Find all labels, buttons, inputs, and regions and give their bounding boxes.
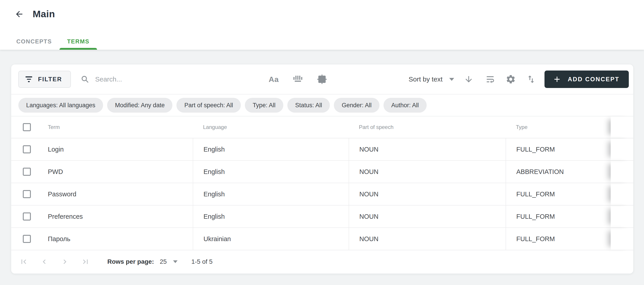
arrow-down-icon <box>464 75 474 84</box>
part-of-speech-cell: NOUN <box>348 183 506 205</box>
language-cell: English <box>193 161 348 183</box>
term-cell: Preferences <box>48 213 83 220</box>
type-cell: FULL_FORM <box>506 183 611 205</box>
pinned-cell <box>611 161 633 183</box>
type-cell: ABBREVIATION <box>506 161 611 183</box>
chevron-down-icon <box>173 260 178 263</box>
pagination-controls <box>19 257 90 266</box>
filter-icon <box>26 76 32 82</box>
rows-per-page-value: 25 <box>160 258 166 265</box>
table-row[interactable]: Login English NOUN FULL_FORM <box>11 138 633 161</box>
part-of-speech-cell: NOUN <box>348 138 506 160</box>
table-row[interactable]: Пароль Ukrainian NOUN FULL_FORM <box>11 228 633 250</box>
chip-modified[interactable]: Modified: Any date <box>107 98 172 113</box>
type-cell: FULL_FORM <box>506 138 611 160</box>
chip-type[interactable]: Type: All <box>245 98 283 113</box>
part-of-speech-cell: NOUN <box>348 205 506 227</box>
part-of-speech-cell: NOUN <box>348 161 506 183</box>
tab-terms[interactable]: TERMS <box>60 33 97 50</box>
chip-part-of-speech[interactable]: Part of speech: All <box>176 98 241 113</box>
search-icon <box>81 75 89 84</box>
last-page-icon[interactable] <box>81 257 90 266</box>
swap-vertical-icon[interactable] <box>526 74 536 84</box>
rows-per-page-label: Rows per page: <box>107 258 154 265</box>
type-cell: FULL_FORM <box>506 205 611 227</box>
tab-concepts-label: CONCEPTS <box>16 38 52 45</box>
top-bar: Main CONCEPTS TERMS <box>0 0 644 50</box>
type-cell: FULL_FORM <box>506 228 611 250</box>
part-of-speech-cell: NOUN <box>348 228 506 250</box>
toolbar: FILTER Aa <box>11 65 633 95</box>
term-cell: Login <box>48 146 64 153</box>
row-checkbox[interactable] <box>23 168 31 176</box>
wrap-text-icon[interactable] <box>485 74 495 84</box>
chevron-down-icon <box>449 78 454 81</box>
first-page-icon[interactable] <box>19 257 28 266</box>
plus-icon <box>552 75 562 84</box>
add-concept-label: ADD CONCEPT <box>568 76 620 83</box>
terms-card: FILTER Aa <box>11 65 633 273</box>
chip-gender[interactable]: Gender: All <box>334 98 380 113</box>
term-cell: Пароль <box>48 235 70 243</box>
table-row[interactable]: PWD English NOUN ABBREVIATION <box>11 161 633 183</box>
barcode-icon[interactable] <box>293 74 303 84</box>
column-header-language: Language <box>193 116 348 138</box>
pinned-cell <box>611 138 633 160</box>
column-header-type: Type <box>506 116 611 138</box>
row-checkbox[interactable] <box>23 190 31 198</box>
tab-terms-label: TERMS <box>67 38 90 45</box>
language-cell: English <box>193 183 348 205</box>
table-footer: Rows per page: 25 1-5 of 5 <box>11 250 633 273</box>
pinned-cell <box>611 228 633 250</box>
search-box <box>81 75 219 84</box>
back-button[interactable] <box>14 9 24 19</box>
tab-concepts[interactable]: CONCEPTS <box>9 33 60 50</box>
row-checkbox[interactable] <box>23 235 31 243</box>
sort-by-select[interactable]: Sort by text <box>408 76 454 83</box>
table-header-row: Term Language Part of speech Type <box>11 116 633 138</box>
rows-per-page-select[interactable]: 25 <box>160 258 177 265</box>
sort-direction-button[interactable] <box>464 75 474 84</box>
gear-icon[interactable] <box>506 74 516 84</box>
filter-chips-row: Languages: All languages Modified: Any d… <box>11 95 633 116</box>
page-title: Main <box>33 9 55 20</box>
row-checkbox[interactable] <box>23 212 31 220</box>
previous-page-icon[interactable] <box>40 257 49 266</box>
term-cell: PWD <box>48 168 63 175</box>
language-cell: English <box>193 138 348 160</box>
sort-by-value: Sort by text <box>408 76 442 83</box>
table-row[interactable]: Password English NOUN FULL_FORM <box>11 183 633 205</box>
next-page-icon[interactable] <box>60 257 69 266</box>
tab-bar: CONCEPTS TERMS <box>9 33 97 50</box>
active-tab-indicator <box>60 48 97 50</box>
match-case-icon[interactable]: Aa <box>268 75 278 84</box>
pinned-column-header <box>611 116 633 138</box>
row-checkbox[interactable] <box>23 145 31 153</box>
search-input[interactable] <box>95 76 219 83</box>
language-cell: Ukrainian <box>193 228 348 250</box>
table-row[interactable]: Preferences English NOUN FULL_FORM <box>11 205 633 228</box>
add-concept-button[interactable]: ADD CONCEPT <box>544 71 629 88</box>
select-all-checkbox[interactable] <box>23 123 31 131</box>
chip-languages[interactable]: Languages: All languages <box>18 98 103 113</box>
chip-status[interactable]: Status: All <box>287 98 330 113</box>
title-row: Main <box>0 0 644 20</box>
search-option-icons: Aa <box>268 74 327 84</box>
crop-frame-icon[interactable] <box>317 74 327 84</box>
pagination-range: 1-5 of 5 <box>192 258 213 265</box>
column-header-part-of-speech: Part of speech <box>348 116 506 138</box>
language-cell: English <box>193 205 348 227</box>
chip-author[interactable]: Author: All <box>384 98 427 113</box>
pinned-cell <box>611 205 633 227</box>
arrow-left-icon <box>14 10 24 19</box>
pinned-cell <box>611 183 633 205</box>
filter-button[interactable]: FILTER <box>18 71 71 88</box>
term-cell: Password <box>48 190 76 198</box>
filter-button-label: FILTER <box>38 76 62 83</box>
column-header-term: Term <box>48 124 60 130</box>
